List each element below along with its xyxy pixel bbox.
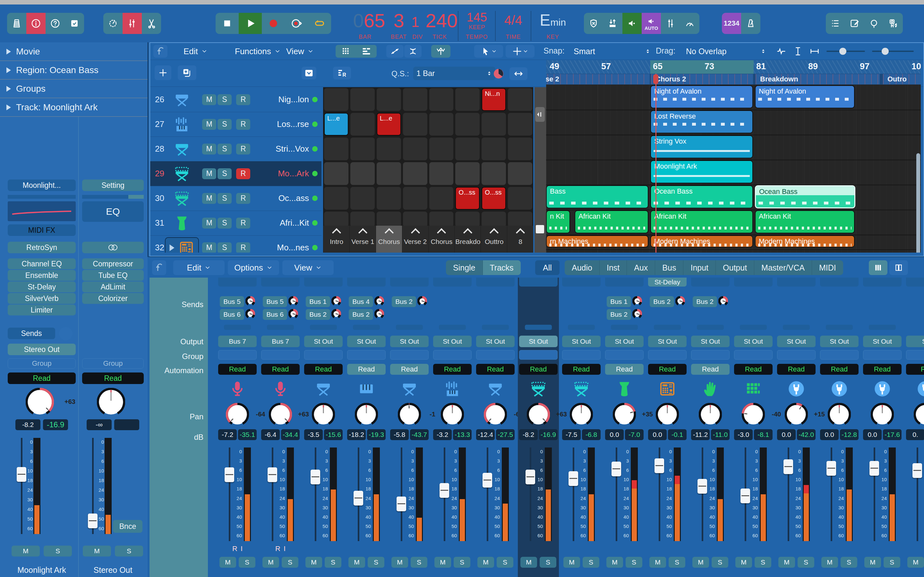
send-level-knob[interactable]: [331, 296, 341, 307]
region-african-kit[interactable]: African Kit: [575, 210, 648, 234]
volume-fader[interactable]: 03610182430405060: [89, 438, 137, 534]
pan-knob[interactable]: -1: [398, 403, 421, 426]
fader-cap[interactable]: [783, 459, 793, 474]
quick-help-button[interactable]: [65, 13, 84, 34]
monitor-speaker-button[interactable]: [622, 13, 642, 34]
duplicate-track-button[interactable]: [178, 65, 196, 80]
send-slot-empty[interactable]: [697, 325, 724, 330]
snap-value[interactable]: Smart: [570, 45, 654, 58]
loop-cell[interactable]: Ni...n: [481, 88, 506, 111]
output-slot[interactable]: St Out: [390, 335, 429, 347]
loop-cell-empty[interactable]: [508, 137, 532, 160]
audio-fx-slot[interactable]: Limiter: [8, 305, 76, 316]
send-slot[interactable]: Bus 2: [392, 296, 416, 307]
volume-value[interactable]: -3.2: [433, 429, 452, 440]
media-browser-button[interactable]: [884, 13, 903, 34]
track-row-32[interactable]: 32MSRMo...nes: [150, 235, 321, 253]
plugin-slot-empty[interactable]: [777, 277, 816, 287]
mute-button[interactable]: M: [202, 193, 216, 204]
mixer-faders-button[interactable]: [123, 13, 142, 34]
scene-trigger-1[interactable]: Intro: [323, 226, 350, 253]
mixer-strip-14[interactable]: St OutRead+150.0-42.003610182430405060MS: [776, 277, 817, 577]
volume-value[interactable]: 0.0: [777, 429, 796, 440]
send-slot[interactable]: Bus 5: [263, 296, 287, 307]
track-on-indicator[interactable]: [312, 220, 318, 226]
output-slot[interactable]: Bus 7: [218, 335, 257, 347]
solo-button[interactable]: S: [325, 557, 341, 568]
mixer-menu-edit[interactable]: Edit: [173, 260, 225, 275]
output-slot[interactable]: St Out: [433, 335, 472, 347]
volume-fader[interactable]: 03610182430405060: [477, 448, 515, 541]
automation-mode-button[interactable]: Read: [218, 364, 257, 375]
mixer-narrow-view-button[interactable]: [869, 260, 887, 275]
send-slot-empty[interactable]: [611, 325, 638, 330]
plugin-slot-empty[interactable]: [734, 277, 772, 287]
mixer-strip-17[interactable]: StRe0.03610182430405060MS: [905, 277, 924, 577]
send-slot[interactable]: Bus 2: [349, 309, 373, 320]
mixer-strip-13[interactable]: St OutRead-40-3.0-8.103610182430405060MS: [733, 277, 774, 577]
output-slot[interactable]: Stereo Out: [8, 343, 76, 355]
automation-mode-button[interactable]: Read: [8, 372, 76, 384]
punch-in-out-button[interactable]: [603, 13, 622, 34]
loop-cell[interactable]: L...e: [376, 113, 401, 135]
loop-cell-empty[interactable]: [455, 137, 480, 160]
loop-browser-button[interactable]: [864, 13, 884, 34]
volume-value[interactable]: 0.: [906, 429, 924, 440]
marker-track[interactable]: se 2Chorus 2BreakdownOutro: [546, 74, 921, 85]
mute-button[interactable]: M: [821, 557, 838, 568]
automation-mode-button[interactable]: Read: [691, 364, 730, 375]
loop-cell-empty[interactable]: [508, 187, 532, 210]
inspector-section-region[interactable]: Region: Ocean Bass: [0, 61, 148, 79]
loop-cell-empty[interactable]: [351, 88, 375, 111]
grid-arrange-splitter[interactable]: [535, 87, 546, 253]
notes-button[interactable]: [845, 13, 864, 34]
menu-functions[interactable]: Functions: [230, 45, 283, 58]
output-slot[interactable]: St Out: [476, 335, 515, 347]
loop-cell-empty[interactable]: [324, 137, 349, 160]
track-row-30[interactable]: 30MSROc...ass: [150, 186, 321, 211]
mute-button[interactable]: M: [83, 546, 111, 556]
fader-cap[interactable]: [525, 470, 535, 484]
volume-value[interactable]: 0.0: [863, 429, 882, 440]
automation-mode-button[interactable]: Read: [648, 364, 687, 375]
mixer-strip-3[interactable]: Bus 1Bus 2St OutRead-3.5-15.603610182430…: [303, 277, 344, 577]
mute-button[interactable]: M: [349, 557, 365, 568]
sliders-button[interactable]: [661, 13, 680, 34]
mixer-strip-1[interactable]: Bus 5Bus 6Bus 7Read-64-7.2-35.1036101824…: [217, 277, 258, 577]
volume-value[interactable]: -11.2: [691, 429, 710, 440]
record-button[interactable]: R: [236, 218, 250, 229]
plugin-slot-empty[interactable]: [519, 277, 557, 287]
track-play-button[interactable]: [165, 237, 199, 253]
inspector-section-groups[interactable]: Groups: [0, 79, 148, 98]
region-modern-machines[interactable]: Modern Machines: [755, 235, 855, 247]
automation-mode-button[interactable]: Read: [82, 372, 144, 384]
pan-knob[interactable]: [699, 403, 722, 426]
mixer-filter-master-vca[interactable]: Master/VCA: [754, 260, 812, 275]
solo-button[interactable]: S: [497, 557, 513, 568]
automation-mode-button[interactable]: Read: [347, 364, 386, 375]
volume-value[interactable]: -7.2: [218, 429, 237, 440]
record-enable-button[interactable]: R: [232, 545, 237, 553]
group-slot[interactable]: [519, 350, 557, 359]
vertical-zoom-slider[interactable]: [827, 51, 865, 52]
plugin-slot-empty[interactable]: [605, 277, 644, 287]
loop-cell-empty[interactable]: [429, 211, 454, 227]
audio-fx-slot[interactable]: St-Delay: [8, 282, 76, 292]
lcd-display[interactable]: 0 65 3 1 240 BAR BEAT DIV TICK 145 KEEP …: [353, 11, 574, 41]
loop-cell-empty[interactable]: [481, 211, 506, 227]
automation-mode-button[interactable]: Read: [777, 364, 816, 375]
mixer-filter-bus[interactable]: Bus: [655, 260, 683, 275]
region-ocean-bass[interactable]: Ocean Bass: [650, 185, 753, 208]
group-slot[interactable]: [605, 350, 644, 359]
solo-button[interactable]: S: [540, 557, 556, 568]
track-row-29[interactable]: 29MSRMo...Ark: [150, 161, 321, 186]
mute-button[interactable]: M: [735, 557, 752, 568]
mixer-strip-12[interactable]: Bus 2St OutRead-11.2-11.0036101824304050…: [690, 277, 731, 577]
pan-knob[interactable]: [97, 388, 129, 416]
region-ocean-bass[interactable]: Ocean Bass: [755, 185, 855, 208]
mixer-view-tracks[interactable]: Tracks: [483, 260, 521, 275]
send-level-knob[interactable]: [718, 296, 728, 307]
inspector-section-track[interactable]: Track: Moonlight Ark: [0, 98, 148, 117]
send-slot-empty[interactable]: [783, 325, 810, 330]
group-slot[interactable]: [820, 350, 859, 359]
